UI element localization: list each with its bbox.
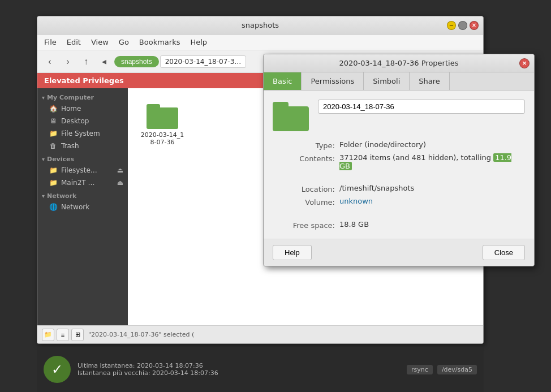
separator-3 bbox=[273, 210, 335, 217]
tab-share[interactable]: Share bbox=[410, 72, 450, 90]
menu-bookmarks[interactable]: Bookmarks bbox=[135, 37, 185, 48]
bottom-line1: Ultima istantanea: 2020-03-14 18:07:36 bbox=[78, 362, 400, 369]
titlebar-buttons: − × bbox=[447, 21, 479, 30]
statusbar-icon-btn-3[interactable]: ⊞ bbox=[71, 329, 84, 341]
sidebar: ▾ My Computer 🏠 Home 🖥 Desktop 📁 File Sy… bbox=[37, 88, 128, 325]
sidebar-item-trash-label: Trash bbox=[61, 142, 79, 150]
properties-footer: Help Close bbox=[264, 239, 534, 266]
close-button[interactable]: × bbox=[470, 21, 479, 30]
sidebar-mycomputer-label: My Computer bbox=[47, 94, 94, 101]
volume-label: Volume: bbox=[273, 197, 335, 206]
type-label: Type: bbox=[273, 140, 335, 150]
tab-basic[interactable]: Basic bbox=[264, 72, 302, 90]
volume-value: unknown bbox=[339, 197, 525, 206]
sidebar-item-network[interactable]: 🌐 Network bbox=[37, 201, 128, 213]
titlebar: snapshots − × bbox=[37, 16, 483, 35]
sidebar-item-filesyste-label: Filesyste… bbox=[61, 166, 97, 174]
properties-title: 2020-03-14_18-07-36 Properties bbox=[339, 59, 459, 67]
menu-file[interactable]: File bbox=[40, 37, 61, 48]
shield-checkmark: ✓ bbox=[51, 361, 63, 377]
up-button[interactable]: ↑ bbox=[78, 54, 94, 70]
sidebar-item-filesyste[interactable]: 📁 Filesyste… ⏏ bbox=[37, 164, 128, 176]
menubar: File Edit View Go Bookmarks Help bbox=[37, 35, 483, 50]
help-button[interactable]: Help bbox=[273, 245, 312, 260]
folder-label: 2020-03-14_18-07-36 bbox=[139, 131, 186, 146]
menu-help[interactable]: Help bbox=[186, 37, 212, 48]
freespace-value: 18.8 GB bbox=[339, 220, 525, 230]
properties-folder-icon bbox=[273, 100, 309, 131]
contents-text: 371204 items (and 481 hidden), totalling bbox=[339, 153, 491, 162]
mycomputer-arrow: ▾ bbox=[42, 94, 45, 101]
trash-icon: 🗑 bbox=[49, 142, 58, 150]
restore-button[interactable] bbox=[458, 21, 467, 30]
sidebar-network-header[interactable]: ▾ Network bbox=[37, 189, 128, 201]
tab-simboli[interactable]: Simboli bbox=[364, 72, 410, 90]
devices-arrow: ▾ bbox=[42, 156, 45, 162]
sidebar-network-label: Network bbox=[47, 192, 76, 200]
sidebar-item-main2t[interactable]: 📁 Main2T … ⏏ bbox=[37, 176, 128, 189]
location-value: /timeshift/snapshots bbox=[339, 184, 525, 193]
contents-value: 371204 items (and 481 hidden), totalling… bbox=[339, 153, 525, 170]
sidebar-item-main2t-label: Main2T … bbox=[61, 179, 94, 187]
sidebar-item-home[interactable]: 🏠 Home bbox=[37, 102, 128, 115]
location-label: Location: bbox=[273, 184, 335, 193]
bottom-tag-device: /dev/sda5 bbox=[437, 365, 477, 374]
main2t-icon: 📁 bbox=[49, 179, 58, 187]
folder-icon bbox=[147, 102, 178, 129]
sidebar-item-filesystem-label: File System bbox=[61, 130, 100, 137]
statusbar-icon-btn-1[interactable]: 📁 bbox=[42, 329, 54, 341]
close-dialog-button[interactable]: Close bbox=[483, 245, 525, 260]
forward-button[interactable]: › bbox=[60, 54, 76, 70]
breadcrumb-path: 2020-03-14_18-07-3… bbox=[160, 55, 247, 68]
sidebar-devices-header[interactable]: ▾ Devices bbox=[37, 152, 128, 164]
separator-4 bbox=[339, 210, 525, 217]
properties-dialog: 2020-03-14_18-07-36 Properties × Basic P… bbox=[263, 54, 535, 266]
sidebar-item-home-label: Home bbox=[61, 105, 81, 113]
window-title: snapshots bbox=[242, 21, 279, 29]
sidebar-item-desktop[interactable]: 🖥 Desktop bbox=[37, 115, 128, 127]
properties-tabs: Basic Permissions Simboli Share bbox=[264, 72, 534, 91]
contents-label: Contents: bbox=[273, 153, 335, 170]
sidebar-item-filesystem[interactable]: 📁 File System bbox=[37, 127, 128, 140]
properties-close-btn[interactable]: × bbox=[519, 58, 530, 68]
separator-1 bbox=[273, 174, 335, 180]
sidebar-item-network-label: Network bbox=[61, 203, 89, 211]
prop-name-field bbox=[318, 100, 525, 114]
menu-go[interactable]: Go bbox=[114, 37, 134, 48]
back-button[interactable]: ‹ bbox=[42, 54, 58, 70]
sidebar-mycomputer-header[interactable]: ▾ My Computer bbox=[37, 91, 128, 102]
breadcrumb-snapshots[interactable]: snapshots bbox=[114, 56, 159, 67]
filesystem-icon: 📁 bbox=[49, 130, 58, 137]
filesyste-icon: 📁 bbox=[49, 166, 58, 174]
bottom-text: Ultima istantanea: 2020-03-14 18:07:36 I… bbox=[78, 362, 400, 377]
bottom-line2: Istantanea più vecchia: 2020-03-14 18:07… bbox=[78, 369, 400, 377]
shield-icon: ✓ bbox=[44, 356, 71, 383]
menu-view[interactable]: View bbox=[87, 37, 113, 48]
prop-name-input[interactable] bbox=[318, 100, 525, 114]
folder-item[interactable]: 2020-03-14_18-07-36 bbox=[137, 97, 188, 150]
type-value: Folder (inode/directory) bbox=[339, 140, 525, 150]
toggle-button[interactable]: ◂ bbox=[96, 54, 112, 70]
properties-content: Type: Folder (inode/directory) Contents:… bbox=[264, 91, 534, 239]
sidebar-devices-label: Devices bbox=[47, 156, 74, 163]
eject-icon-1[interactable]: ⏏ bbox=[117, 166, 123, 174]
desktop-icon: 🖥 bbox=[49, 117, 58, 125]
menu-edit[interactable]: Edit bbox=[62, 37, 85, 48]
properties-header bbox=[273, 100, 525, 131]
eject-icon-2[interactable]: ⏏ bbox=[117, 179, 123, 187]
prop-folder-body bbox=[273, 106, 309, 131]
properties-grid: Type: Folder (inode/directory) Contents:… bbox=[273, 140, 525, 230]
status-selected-text: "2020-03-14_18-07-36" selected ( bbox=[88, 331, 479, 338]
sidebar-item-desktop-label: Desktop bbox=[61, 117, 89, 125]
minimize-button[interactable]: − bbox=[447, 21, 456, 30]
tab-permissions[interactable]: Permissions bbox=[302, 72, 364, 90]
separator-2 bbox=[339, 174, 525, 180]
freespace-label: Free space: bbox=[273, 220, 335, 230]
properties-titlebar: 2020-03-14_18-07-36 Properties × bbox=[264, 54, 534, 72]
bottom-right: rsync /dev/sda5 bbox=[407, 365, 477, 374]
sidebar-item-trash[interactable]: 🗑 Trash bbox=[37, 140, 128, 152]
statusbar: 📁 ≡ ⊞ "2020-03-14_18-07-36" selected ( bbox=[37, 325, 483, 343]
statusbar-icon-btn-2[interactable]: ≡ bbox=[57, 329, 69, 341]
network-globe-icon: 🌐 bbox=[49, 203, 58, 211]
folder-body bbox=[147, 107, 178, 129]
